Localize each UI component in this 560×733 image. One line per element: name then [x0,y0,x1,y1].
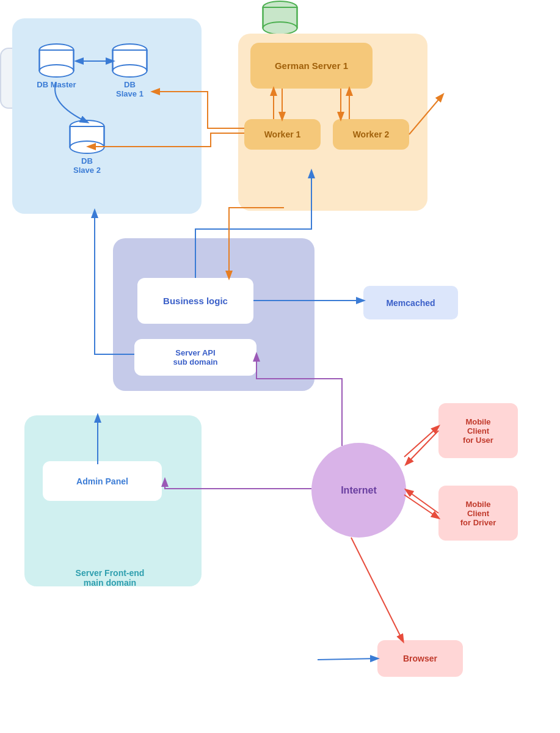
svg-line-31 [406,431,438,464]
server-api-node: Server APIsub domain [134,339,256,376]
svg-point-2 [40,65,74,77]
db-slave1-node: DBSlave 1 [110,43,150,98]
german-server-node: German Server 1 [250,43,373,89]
admin-panel-node: Admin Panel [43,461,162,501]
business-logic-node: Business logic [137,278,253,324]
db-master-node: DB Master [37,43,76,89]
svg-point-7 [113,65,147,77]
svg-line-32 [404,426,438,457]
browser-node: Browser [377,640,463,677]
internet-node: Internet [311,443,406,538]
svg-line-33 [406,490,438,513]
mobile-driver-node: MobileClientfor Driver [438,486,518,541]
frontend-label: Server Front-endmain domain [34,568,186,588]
worker1-node: Worker 1 [244,119,321,150]
worker2-node: Worker 2 [333,119,409,150]
memcached-node: Memcached [363,286,458,319]
svg-line-34 [404,495,438,518]
svg-point-12 [70,141,104,153]
frontend-container [24,415,202,586]
svg-point-17 [263,22,297,34]
mobile-user-node: MobileClientfor User [438,403,518,458]
svg-line-35 [351,538,403,641]
svg-line-36 [318,658,377,660]
diagram: DB Master DBSlave 1 DBSlave 2 German Ser… [0,0,560,733]
db-slave2-node: DBSlave 2 [67,119,107,175]
